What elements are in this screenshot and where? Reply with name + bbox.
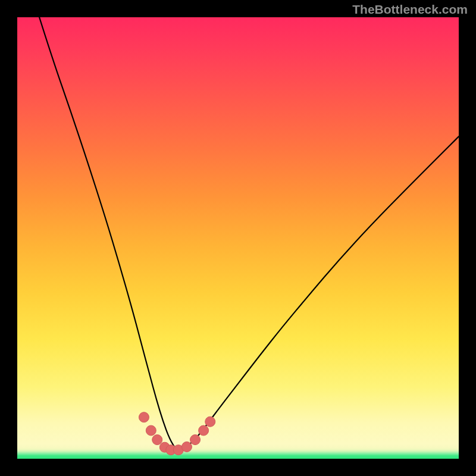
plot-gradient-background	[17, 17, 459, 459]
chart-frame: TheBottleneck.com	[0, 0, 476, 476]
watermark-text: TheBottleneck.com	[352, 2, 468, 17]
